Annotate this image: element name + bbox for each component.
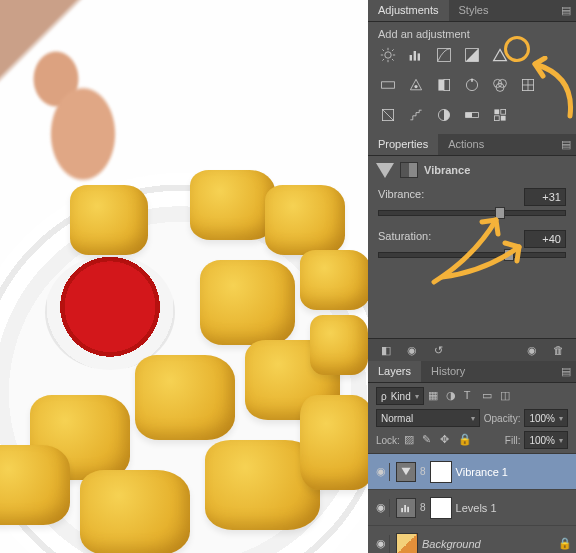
reset-icon[interactable]: ↺ [430, 343, 446, 357]
tab-styles[interactable]: Styles [449, 0, 499, 21]
lock-pixels-icon[interactable]: ✎ [422, 433, 436, 447]
layers-panel-menu[interactable]: ▤ [556, 361, 576, 382]
svg-rect-34 [401, 508, 403, 512]
tab-properties[interactable]: Properties [368, 134, 438, 155]
brightness-icon[interactable] [378, 46, 398, 64]
adjustment-name: Vibrance [424, 164, 470, 176]
tab-adjustments[interactable]: Adjustments [368, 0, 449, 21]
svg-rect-30 [494, 109, 499, 114]
levels-icon[interactable] [406, 46, 426, 64]
photo-filter-icon[interactable] [462, 76, 482, 94]
svg-rect-16 [438, 79, 444, 90]
adjustments-panel-menu[interactable]: ▤ [556, 0, 576, 21]
tab-actions[interactable]: Actions [438, 134, 494, 155]
properties-header: Vibrance [368, 156, 576, 184]
filter-type-icon[interactable]: T [464, 389, 478, 403]
visibility-toggle-icon[interactable]: ◉ [372, 535, 390, 553]
svg-point-0 [385, 52, 391, 58]
layer-row-levels[interactable]: ◉ 8 Levels 1 [368, 490, 576, 526]
layer-name[interactable]: Vibrance 1 [456, 466, 572, 478]
add-adjustment-label: Add an adjustment [368, 22, 576, 44]
photo-hand [0, 0, 155, 200]
gradient-map-icon[interactable] [462, 106, 482, 124]
properties-tabs: Properties Actions ▤ [368, 134, 576, 156]
document-canvas[interactable] [0, 0, 368, 553]
layers-tabs: Layers History ▤ [368, 361, 576, 383]
filter-smart-icon[interactable]: ◫ [500, 389, 514, 403]
svg-rect-10 [414, 51, 416, 61]
layer-name[interactable]: Levels 1 [456, 502, 572, 514]
clip-to-layer-icon[interactable]: ◧ [378, 343, 394, 357]
layer-row-background[interactable]: ◉ Background 🔒 [368, 526, 576, 553]
lock-all-icon[interactable]: 🔒 [458, 433, 472, 447]
color-lookup-icon[interactable] [518, 76, 538, 94]
layer-thumb [396, 533, 418, 554]
opacity-label: Opacity: [484, 413, 521, 424]
adjustment-thumb-icon [396, 462, 416, 482]
vibrance-icon[interactable] [490, 46, 510, 64]
svg-rect-12 [438, 49, 451, 62]
svg-point-15 [414, 85, 417, 88]
layer-controls: ρ Kind ▾ ▦ ◑ T ▭ ◫ Normal ▾ Opacity: 100… [368, 383, 576, 454]
color-balance-icon[interactable] [406, 76, 426, 94]
svg-rect-31 [501, 109, 506, 114]
vibrance-value-field[interactable] [524, 188, 566, 206]
filter-pixel-icon[interactable]: ▦ [428, 389, 442, 403]
filter-adjustment-icon[interactable]: ◑ [446, 389, 460, 403]
delete-adjustment-icon[interactable]: 🗑 [550, 343, 566, 357]
mask-icon[interactable] [400, 162, 418, 178]
svg-rect-29 [466, 113, 472, 118]
link-icon: 8 [420, 466, 426, 477]
layer-row-vibrance[interactable]: ◉ 8 Vibrance 1 [368, 454, 576, 490]
blend-mode-select[interactable]: Normal ▾ [376, 409, 480, 427]
layer-name[interactable]: Background [422, 538, 554, 550]
bw-icon[interactable] [434, 76, 454, 94]
lock-position-icon[interactable]: ✥ [440, 433, 454, 447]
mask-thumb[interactable] [430, 461, 452, 483]
toggle-visibility-icon[interactable]: ◉ [524, 343, 540, 357]
svg-line-7 [392, 49, 394, 51]
invert-icon[interactable] [378, 106, 398, 124]
adjustment-thumb-icon [396, 498, 416, 518]
photo-nugget [80, 470, 190, 553]
link-icon: 8 [420, 502, 426, 513]
saturation-thumb[interactable] [504, 249, 514, 261]
tab-history[interactable]: History [421, 361, 475, 382]
visibility-toggle-icon[interactable]: ◉ [372, 499, 390, 517]
vibrance-track[interactable] [378, 210, 566, 216]
svg-line-5 [382, 49, 384, 51]
filter-shape-icon[interactable]: ▭ [482, 389, 496, 403]
svg-rect-35 [404, 505, 406, 512]
layer-list: ◉ 8 Vibrance 1 ◉ 8 Levels 1 ◉ Background… [368, 454, 576, 553]
saturation-track[interactable] [378, 252, 566, 258]
selective-color-icon[interactable] [490, 106, 510, 124]
filter-kind-select[interactable]: ρ Kind ▾ [376, 387, 424, 405]
photo-nugget [70, 185, 148, 255]
mask-thumb[interactable] [430, 497, 452, 519]
threshold-icon[interactable] [434, 106, 454, 124]
adjustment-icons-row [368, 44, 576, 74]
fill-field[interactable]: 100% ▾ [524, 431, 568, 449]
opacity-field[interactable]: 100% ▾ [524, 409, 568, 427]
adjustments-tabs: Adjustments Styles ▤ [368, 0, 576, 22]
adjustment-icons-row [368, 74, 576, 104]
photo-nugget [190, 170, 275, 240]
svg-rect-33 [501, 116, 506, 121]
vibrance-thumb[interactable] [495, 207, 505, 219]
view-previous-icon[interactable]: ◉ [404, 343, 420, 357]
channel-mixer-icon[interactable] [490, 76, 510, 94]
hue-icon[interactable] [378, 76, 398, 94]
curves-icon[interactable] [434, 46, 454, 64]
vibrance-slider: Vibrance: [368, 184, 576, 226]
exposure-icon[interactable] [462, 46, 482, 64]
properties-panel-menu[interactable]: ▤ [556, 134, 576, 155]
saturation-value-field[interactable] [524, 230, 566, 248]
lock-transparency-icon[interactable]: ▨ [404, 433, 418, 447]
lock-label: Lock: [376, 435, 400, 446]
posterize-icon[interactable] [406, 106, 426, 124]
svg-rect-17 [444, 79, 450, 90]
svg-rect-36 [407, 506, 409, 511]
fill-label: Fill: [505, 435, 521, 446]
visibility-toggle-icon[interactable]: ◉ [372, 463, 390, 481]
tab-layers[interactable]: Layers [368, 361, 421, 382]
